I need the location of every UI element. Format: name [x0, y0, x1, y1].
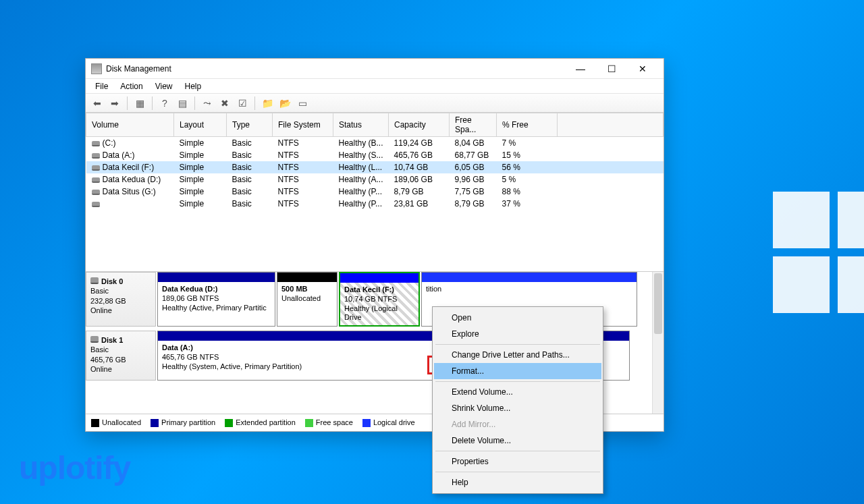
window-icon[interactable]: ▭ [295, 96, 310, 111]
legend-free: Free space [316, 418, 353, 426]
cm-change[interactable]: Change Drive Letter and Paths... [434, 347, 601, 363]
titlebar[interactable]: Disk Management — ☐ ✕ [86, 59, 664, 79]
check-icon[interactable]: ☑ [235, 96, 250, 111]
menu-view[interactable]: View [150, 80, 178, 92]
volume-icon [92, 165, 100, 171]
cm-shrink[interactable]: Shrink Volume... [434, 400, 601, 416]
col-fs[interactable]: File System [273, 113, 333, 137]
partition-unalloc[interactable]: 500 MBUnallocated [277, 272, 338, 327]
folder-icon[interactable]: 📁 [260, 96, 275, 111]
app-icon [91, 63, 102, 74]
col-layout[interactable]: Layout [174, 113, 227, 137]
volume-icon [92, 177, 100, 183]
cm-format[interactable]: Format... [434, 363, 601, 379]
partition-selected[interactable]: Data Kecil (F:)10,74 GB NTFSHealthy (Log… [339, 272, 420, 327]
menubar: File Action View Help [86, 79, 664, 94]
table-row[interactable]: Data Kedua (D:)SimpleBasicNTFSHealthy (A… [86, 173, 664, 186]
disk-header[interactable]: Disk 1Basic465,76 GBOnline [86, 331, 156, 381]
toolbar: ⬅ ➡ ▦ ? ▤ ⤳ ✖ ☑ 📁 📂 ▭ [86, 94, 664, 113]
table-row[interactable]: Data (A:)SimpleBasicNTFSHealthy (S...465… [86, 149, 664, 161]
menu-file[interactable]: File [90, 80, 113, 92]
volume-icon [92, 202, 100, 207]
maximize-button[interactable]: ☐ [596, 59, 627, 78]
cm-help[interactable]: Help [434, 474, 601, 491]
col-capacity[interactable]: Capacity [389, 113, 450, 137]
legend-extended: Extended partition [236, 418, 296, 426]
cm-mirror: Add Mirror... [434, 416, 601, 432]
list-view-icon[interactable]: ▤ [175, 96, 190, 111]
windows-logo [773, 192, 864, 313]
col-pct[interactable]: % Free [497, 113, 558, 137]
col-extra[interactable] [558, 113, 664, 137]
table-row[interactable]: Data Kecil (F:)SimpleBasicNTFSHealthy (L… [86, 161, 664, 173]
menu-help[interactable]: Help [180, 80, 207, 92]
disk-icon [90, 277, 99, 284]
cm-properties[interactable]: Properties [434, 453, 601, 470]
table-row[interactable]: SimpleBasicNTFSHealthy (P...23,81 GB8,79… [86, 198, 664, 210]
menu-action[interactable]: Action [115, 80, 148, 92]
header-row[interactable]: Volume Layout Type File System Status Ca… [86, 113, 664, 137]
disk-header[interactable]: Disk 0Basic232,88 GBOnline [86, 272, 156, 327]
table-row[interactable]: Data Situs (G:)SimpleBasicNTFSHealthy (P… [86, 186, 664, 198]
refresh-icon[interactable]: ⤳ [200, 96, 215, 111]
back-icon[interactable]: ⬅ [90, 96, 105, 111]
folder2-icon[interactable]: 📂 [277, 96, 292, 111]
scrollbar[interactable] [652, 272, 664, 414]
cm-extend[interactable]: Extend Volume... [434, 384, 601, 400]
close-button[interactable]: ✕ [627, 59, 658, 78]
volume-icon [92, 190, 100, 195]
col-free[interactable]: Free Spa... [450, 113, 497, 137]
partition-primary[interactable]: Data Kedua (D:)189,06 GB NTFSHealthy (Ac… [157, 272, 275, 327]
volume-list[interactable]: Volume Layout Type File System Status Ca… [86, 113, 664, 271]
legend-unallocated: Unallocated [102, 418, 141, 426]
col-type[interactable]: Type [227, 113, 273, 137]
context-menu: Open Explore Change Drive Letter and Pat… [432, 306, 603, 494]
minimize-button[interactable]: — [565, 59, 596, 78]
cm-open[interactable]: Open [434, 310, 601, 326]
window-title: Disk Management [106, 64, 565, 74]
volume-icon [92, 141, 100, 146]
legend-logical: Logical drive [373, 418, 415, 426]
disk-icon [90, 336, 99, 343]
watermark: uplotify [19, 449, 130, 486]
delete-icon[interactable]: ✖ [217, 96, 232, 111]
col-status[interactable]: Status [333, 113, 389, 137]
table-row[interactable]: (C:)SimpleBasicNTFSHealthy (B...119,24 G… [86, 137, 664, 150]
cm-explore[interactable]: Explore [434, 326, 601, 342]
col-volume[interactable]: Volume [86, 113, 174, 137]
console-tree-icon[interactable]: ▦ [132, 96, 147, 111]
volume-icon [92, 153, 100, 159]
forward-icon[interactable]: ➡ [107, 96, 122, 111]
help-icon[interactable]: ? [157, 96, 172, 111]
legend-primary: Primary partition [161, 418, 215, 426]
cm-delete[interactable]: Delete Volume... [434, 432, 601, 449]
